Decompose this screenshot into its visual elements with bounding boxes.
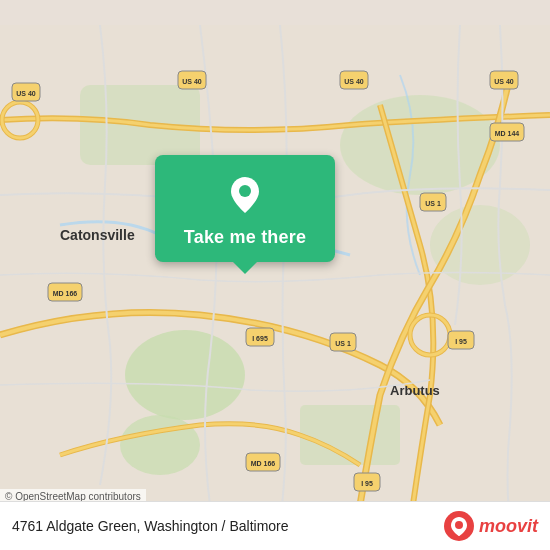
take-me-there-button[interactable]: Take me there xyxy=(155,155,335,262)
svg-text:US 1: US 1 xyxy=(425,200,441,207)
svg-text:Catonsville: Catonsville xyxy=(60,227,135,243)
svg-text:US 1: US 1 xyxy=(335,340,351,347)
location-pin-icon xyxy=(223,173,267,217)
svg-text:US 40: US 40 xyxy=(494,78,514,85)
svg-text:US 40: US 40 xyxy=(16,90,36,97)
map-container: US 40 US 40 US 40 US 40 US 1 US 1 I 695 … xyxy=(0,0,550,550)
svg-text:MD 166: MD 166 xyxy=(251,460,276,467)
take-me-there-label: Take me there xyxy=(184,227,306,248)
svg-text:MD 166: MD 166 xyxy=(53,290,78,297)
svg-text:US 40: US 40 xyxy=(344,78,364,85)
svg-text:US 40: US 40 xyxy=(182,78,202,85)
svg-point-39 xyxy=(455,521,463,529)
bottom-bar: 4761 Aldgate Green, Washington / Baltimo… xyxy=(0,501,550,550)
svg-text:I 95: I 95 xyxy=(361,480,373,487)
svg-point-2 xyxy=(120,415,200,475)
svg-point-1 xyxy=(125,330,245,420)
moovit-brand-text: moovit xyxy=(479,516,538,537)
address-label: 4761 Aldgate Green, Washington / Baltimo… xyxy=(12,518,289,534)
moovit-logo: moovit xyxy=(443,510,538,542)
svg-point-37 xyxy=(239,185,251,197)
moovit-icon xyxy=(443,510,475,542)
svg-text:Arbutus: Arbutus xyxy=(390,383,440,398)
svg-text:I 695: I 695 xyxy=(252,335,268,342)
svg-text:MD 144: MD 144 xyxy=(495,130,520,137)
svg-text:I 95: I 95 xyxy=(455,338,467,345)
